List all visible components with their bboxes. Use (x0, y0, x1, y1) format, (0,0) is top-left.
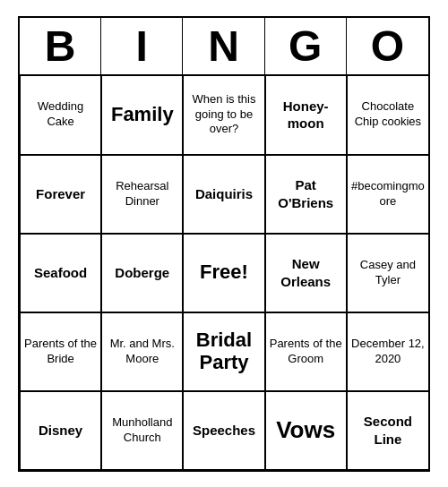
header-letter-o: O (347, 18, 428, 74)
bingo-card: BINGO Wedding CakeFamilyWhen is this goi… (18, 16, 430, 472)
bingo-cell-5: Forever (20, 155, 101, 234)
bingo-cell-22: Speeches (183, 391, 264, 470)
bingo-cell-17: Bridal Party (183, 312, 264, 391)
bingo-cell-1: Family (101, 76, 183, 155)
bingo-cell-18: Parents of the Groom (265, 312, 347, 391)
bingo-cell-3: Honey-moon (265, 76, 347, 155)
bingo-cell-23: Vows (265, 391, 347, 470)
header-letter-i: I (101, 18, 183, 74)
bingo-cell-4: Chocolate Chip cookies (347, 76, 428, 155)
header-letter-n: N (183, 18, 264, 74)
bingo-cell-14: Casey and Tyler (347, 234, 428, 312)
bingo-header: BINGO (20, 18, 428, 76)
bingo-cell-10: Seafood (20, 234, 101, 312)
bingo-grid: Wedding CakeFamilyWhen is this going to … (20, 76, 428, 470)
bingo-cell-8: Pat O'Briens (265, 155, 347, 234)
bingo-cell-15: Parents of the Bride (20, 312, 101, 391)
bingo-cell-24: Second Line (347, 391, 428, 470)
bingo-cell-12: Free! (183, 234, 264, 312)
bingo-cell-20: Disney (20, 391, 101, 470)
header-letter-g: G (265, 18, 347, 74)
bingo-cell-11: Doberge (101, 234, 183, 312)
bingo-cell-9: #becomingmoore (347, 155, 428, 234)
bingo-cell-13: New Orleans (265, 234, 347, 312)
bingo-cell-0: Wedding Cake (20, 76, 101, 155)
bingo-cell-6: Rehearsal Dinner (101, 155, 183, 234)
bingo-cell-2: When is this going to be over? (183, 76, 264, 155)
bingo-cell-16: Mr. and Mrs. Moore (101, 312, 183, 391)
bingo-cell-21: Munholland Church (101, 391, 183, 470)
bingo-cell-19: December 12, 2020 (347, 312, 428, 391)
header-letter-b: B (20, 18, 101, 74)
bingo-cell-7: Daiquiris (183, 155, 264, 234)
